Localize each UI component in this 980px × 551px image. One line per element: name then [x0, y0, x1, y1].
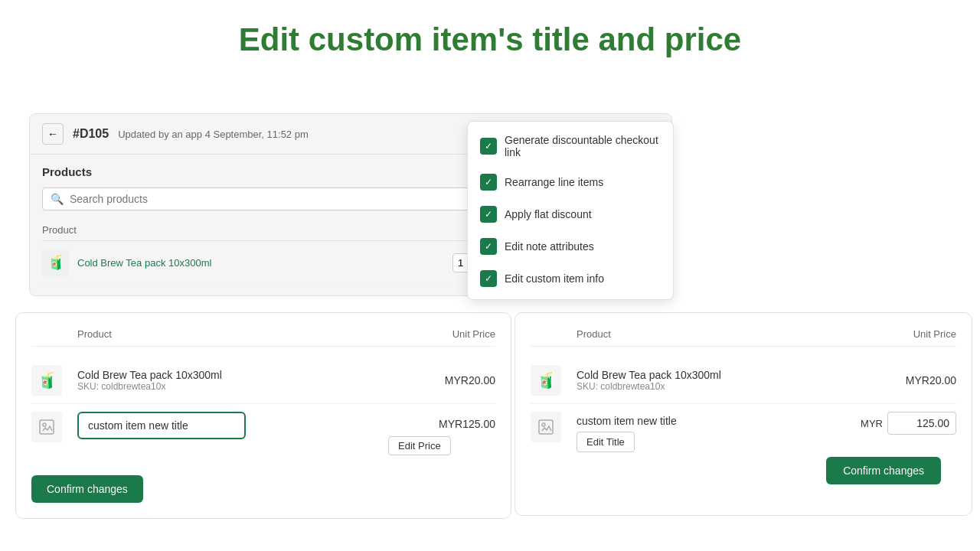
bottom-right-panel: Product Unit Price 🧃 Cold Brew Tea pack … — [514, 312, 972, 516]
edit-price-button[interactable]: Edit Price — [388, 436, 451, 455]
product-sku: SKU: coldbrewtea10x — [77, 381, 388, 392]
dropdown-item-note[interactable]: ✓ Edit note attributes — [468, 230, 673, 262]
product-price: MYR20.00 — [388, 374, 495, 386]
col-spacer — [31, 328, 77, 340]
svg-point-1 — [43, 423, 46, 426]
confirm-changes-button-right[interactable]: Confirm changes — [826, 457, 941, 484]
col-spacer — [531, 328, 577, 340]
price-input[interactable] — [887, 412, 956, 435]
check-icon: ✓ — [480, 138, 497, 155]
dropdown-item-label: Generate discountable checkout link — [505, 134, 661, 158]
custom-title-input[interactable] — [77, 412, 246, 439]
product-thumbnail: 🧃 — [42, 249, 70, 276]
dropdown-item-custom-info[interactable]: ✓ Edit custom item info — [468, 262, 673, 295]
svg-rect-2 — [539, 420, 553, 434]
check-icon: ✓ — [480, 206, 497, 223]
dropdown-menu: ✓ Generate discountable checkout link ✓ … — [467, 121, 674, 300]
panel-product-row: 🧃 Cold Brew Tea pack 10x300ml SKU: coldb… — [31, 357, 495, 404]
custom-item-content: custom item new title Edit Title — [577, 412, 818, 452]
custom-item-price: MYR125.00 — [388, 412, 495, 430]
search-icon: 🔍 — [51, 193, 64, 205]
dropdown-item-label: Rearrange line items — [505, 176, 603, 188]
right-price-cell: MYR — [818, 412, 956, 435]
product-name: Cold Brew Tea pack 10x300ml — [77, 369, 388, 381]
order-id: #D105 — [73, 127, 109, 141]
edit-title-button[interactable]: Edit Title — [577, 432, 635, 452]
check-icon: ✓ — [480, 174, 497, 191]
col-product-label: Product — [77, 328, 388, 340]
svg-point-3 — [542, 423, 545, 426]
right-product-row: 🧃 Cold Brew Tea pack 10x300ml SKU: coldb… — [531, 357, 956, 404]
order-meta: Updated by an app 4 September, 11:52 pm — [118, 129, 454, 140]
product-thumbnail: 🧃 — [31, 365, 62, 396]
svg-rect-0 — [40, 420, 54, 434]
custom-price-container: MYR125.00 Edit Price — [388, 412, 495, 455]
currency-label: MYR — [861, 418, 883, 429]
dropdown-item-rearrange[interactable]: ✓ Rearrange line items — [468, 166, 673, 198]
col-unit-price-label: Unit Price — [818, 328, 956, 340]
check-icon: ✓ — [480, 270, 497, 287]
confirm-changes-button[interactable]: Confirm changes — [31, 475, 143, 503]
custom-item-content — [77, 412, 388, 439]
panel-table-header: Product Unit Price — [31, 328, 495, 347]
bottom-left-panel: Product Unit Price 🧃 Cold Brew Tea pack … — [15, 312, 511, 519]
custom-item-row: MYR125.00 Edit Price — [31, 404, 495, 463]
product-cell: 🧃 Cold Brew Tea pack 10x300ml — [42, 249, 452, 276]
dropdown-item-label: Edit note attributes — [505, 240, 594, 253]
right-table-header: Product Unit Price — [531, 328, 956, 347]
product-price: MYR20.00 — [818, 374, 956, 386]
product-info: Cold Brew Tea pack 10x300ml SKU: coldbre… — [577, 369, 818, 392]
products-title: Products — [42, 165, 92, 178]
check-icon: ✓ — [480, 238, 497, 255]
dropdown-item-discount[interactable]: ✓ Apply flat discount — [468, 198, 673, 230]
page-title: Edit custom item's title and price — [0, 0, 980, 73]
product-info: Cold Brew Tea pack 10x300ml SKU: coldbre… — [77, 369, 388, 392]
dropdown-item-label: Apply flat discount — [505, 208, 592, 220]
col-product-label: Product — [577, 328, 818, 340]
custom-item-title: custom item new title — [577, 412, 818, 427]
dropdown-item-generate[interactable]: ✓ Generate discountable checkout link — [468, 126, 673, 166]
product-name-link[interactable]: Cold Brew Tea pack 10x300ml — [77, 257, 211, 269]
product-thumbnail: 🧃 — [531, 365, 561, 396]
col-product-header: Product — [42, 224, 475, 236]
product-sku: SKU: coldbrewtea10x — [577, 381, 818, 392]
custom-item-thumbnail — [531, 412, 561, 442]
col-unit-price-label: Unit Price — [388, 328, 495, 340]
right-custom-row: custom item new title Edit Title MYR — [531, 404, 956, 460]
custom-item-thumbnail — [31, 412, 62, 442]
product-name: Cold Brew Tea pack 10x300ml — [577, 369, 818, 381]
dropdown-item-label: Edit custom item info — [505, 272, 604, 285]
back-button[interactable]: ← — [42, 123, 64, 145]
